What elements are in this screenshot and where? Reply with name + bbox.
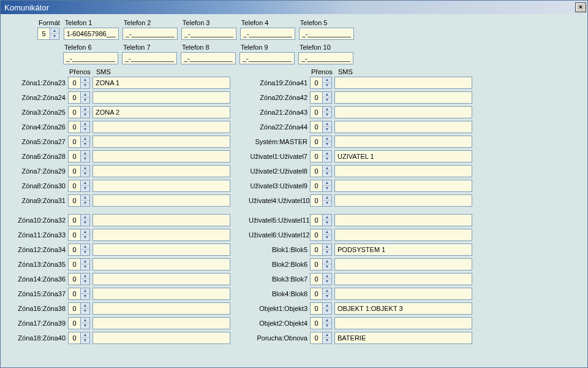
spinner-down-icon[interactable]: ▼ xyxy=(81,127,89,132)
spinner-down-icon[interactable]: ▼ xyxy=(323,264,331,270)
spinner-down-icon[interactable]: ▼ xyxy=(323,201,331,206)
spinner-up-icon[interactable]: ▲ xyxy=(81,288,89,294)
prenos-input[interactable] xyxy=(68,288,80,300)
spinner-down-icon[interactable]: ▼ xyxy=(81,186,89,191)
prenos-spinner[interactable]: ▲ ▼ xyxy=(322,91,332,104)
prenos-input[interactable] xyxy=(310,229,322,241)
spinner-down-icon[interactable]: ▼ xyxy=(81,235,89,240)
spinner-up-icon[interactable]: ▲ xyxy=(323,121,331,127)
prenos-spinner[interactable]: ▲ ▼ xyxy=(80,121,90,133)
spinner-down-icon[interactable]: ▼ xyxy=(323,235,331,240)
spinner-up-icon[interactable]: ▲ xyxy=(323,318,331,323)
sms-input[interactable] xyxy=(92,317,230,329)
sms-input[interactable] xyxy=(334,121,472,133)
sms-input[interactable] xyxy=(92,243,230,256)
sms-input[interactable] xyxy=(92,229,230,241)
spinner-down-icon[interactable]: ▼ xyxy=(81,279,89,285)
spinner-up-icon[interactable]: ▲ xyxy=(323,288,331,294)
spinner-up-icon[interactable]: ▲ xyxy=(323,166,331,171)
prenos-spinner[interactable]: ▲ ▼ xyxy=(80,332,90,344)
spinner-up-icon[interactable]: ▲ xyxy=(81,136,89,142)
spinner-up-icon[interactable]: ▲ xyxy=(323,215,331,220)
prenos-input[interactable] xyxy=(310,121,322,133)
spinner-up-icon[interactable]: ▲ xyxy=(81,332,89,338)
prenos-input[interactable] xyxy=(68,229,80,241)
prenos-spinner[interactable]: ▲ ▼ xyxy=(80,180,90,192)
sms-input[interactable] xyxy=(92,165,230,177)
prenos-spinner[interactable]: ▲ ▼ xyxy=(322,150,332,163)
prenos-input[interactable] xyxy=(68,150,80,163)
spinner-down-icon[interactable]: ▼ xyxy=(50,34,59,39)
sms-input[interactable] xyxy=(92,91,230,104)
spinner-down-icon[interactable]: ▼ xyxy=(323,156,331,162)
spinner-down-icon[interactable]: ▼ xyxy=(81,142,89,147)
phone-input-1[interactable] xyxy=(64,28,119,40)
prenos-spinner[interactable]: ▲ ▼ xyxy=(322,273,332,285)
prenos-input[interactable] xyxy=(310,194,322,207)
phone-input-3[interactable] xyxy=(181,28,236,40)
sms-input[interactable] xyxy=(334,273,472,285)
spinner-up-icon[interactable]: ▲ xyxy=(323,229,331,235)
spinner-up-icon[interactable]: ▲ xyxy=(323,303,331,309)
spinner-up-icon[interactable]: ▲ xyxy=(323,259,331,264)
prenos-input[interactable] xyxy=(68,194,80,207)
sms-input[interactable] xyxy=(92,288,230,300)
spinner-down-icon[interactable]: ▼ xyxy=(323,171,331,177)
prenos-spinner[interactable]: ▲ ▼ xyxy=(80,214,90,226)
spinner-up-icon[interactable]: ▲ xyxy=(323,180,331,186)
spinner-down-icon[interactable]: ▼ xyxy=(323,338,331,343)
prenos-input[interactable] xyxy=(310,332,322,344)
prenos-input[interactable] xyxy=(310,77,322,89)
phone-input-8[interactable] xyxy=(181,52,236,64)
spinner-up-icon[interactable]: ▲ xyxy=(81,107,89,112)
spinner-down-icon[interactable]: ▼ xyxy=(323,250,331,255)
spinner-down-icon[interactable]: ▼ xyxy=(81,250,89,255)
spinner-down-icon[interactable]: ▼ xyxy=(323,83,331,88)
spinner-up-icon[interactable]: ▲ xyxy=(81,121,89,127)
prenos-spinner[interactable]: ▲ ▼ xyxy=(322,194,332,207)
phone-input-4[interactable] xyxy=(240,28,295,40)
sms-input[interactable] xyxy=(334,214,472,226)
spinner-up-icon[interactable]: ▲ xyxy=(323,244,331,250)
prenos-input[interactable] xyxy=(310,273,322,285)
sms-input[interactable] xyxy=(334,150,472,163)
spinner-up-icon[interactable]: ▲ xyxy=(81,229,89,235)
prenos-input[interactable] xyxy=(68,273,80,285)
spinner-down-icon[interactable]: ▼ xyxy=(81,264,89,270)
sms-input[interactable] xyxy=(334,194,472,207)
close-button[interactable]: × xyxy=(575,2,586,12)
prenos-input[interactable] xyxy=(68,317,80,329)
spinner-down-icon[interactable]: ▼ xyxy=(81,112,89,118)
phone-input-7[interactable] xyxy=(122,52,177,64)
spinner-down-icon[interactable]: ▼ xyxy=(323,294,331,299)
spinner-down-icon[interactable]: ▼ xyxy=(323,112,331,118)
spinner-up-icon[interactable]: ▲ xyxy=(323,136,331,142)
spinner-down-icon[interactable]: ▼ xyxy=(323,323,331,329)
spinner-down-icon[interactable]: ▼ xyxy=(81,294,89,299)
spinner-down-icon[interactable]: ▼ xyxy=(81,309,89,314)
sms-input[interactable] xyxy=(334,332,472,344)
sms-input[interactable] xyxy=(92,121,230,133)
sms-input[interactable] xyxy=(334,106,472,118)
prenos-input[interactable] xyxy=(310,91,322,104)
prenos-spinner[interactable]: ▲ ▼ xyxy=(322,288,332,300)
prenos-spinner[interactable]: ▲ ▼ xyxy=(80,194,90,207)
prenos-input[interactable] xyxy=(310,302,322,315)
spinner-down-icon[interactable]: ▼ xyxy=(323,142,331,147)
spinner-up-icon[interactable]: ▲ xyxy=(81,92,89,98)
prenos-spinner[interactable]: ▲ ▼ xyxy=(322,302,332,315)
prenos-input[interactable] xyxy=(310,150,322,163)
spinner-up-icon[interactable]: ▲ xyxy=(81,195,89,201)
spinner-up-icon[interactable]: ▲ xyxy=(323,332,331,338)
spinner-up-icon[interactable]: ▲ xyxy=(81,180,89,186)
prenos-spinner[interactable]: ▲ ▼ xyxy=(322,243,332,256)
prenos-spinner[interactable]: ▲ ▼ xyxy=(80,288,90,300)
prenos-input[interactable] xyxy=(310,243,322,256)
prenos-input[interactable] xyxy=(68,243,80,256)
prenos-spinner[interactable]: ▲ ▼ xyxy=(80,136,90,148)
sms-input[interactable] xyxy=(334,243,472,256)
spinner-down-icon[interactable]: ▼ xyxy=(323,98,331,103)
prenos-spinner[interactable]: ▲ ▼ xyxy=(322,165,332,177)
prenos-spinner[interactable]: ▲ ▼ xyxy=(322,180,332,192)
prenos-input[interactable] xyxy=(310,136,322,148)
